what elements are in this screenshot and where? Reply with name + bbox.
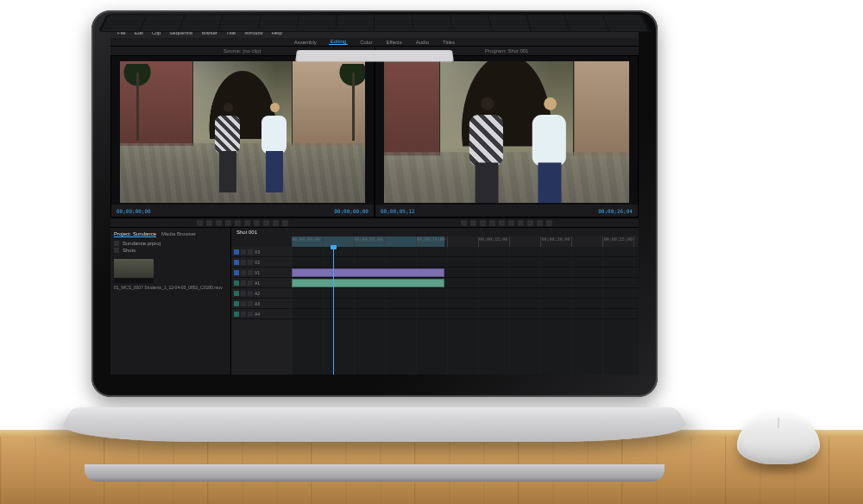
track-a1[interactable]: [292, 278, 639, 288]
ruler-tick-5: 00;00;25;00: [604, 236, 633, 242]
video-editor-app: File Edit Clip Sequence Marker Title Win…: [110, 28, 639, 375]
track-v3[interactable]: [292, 247, 639, 257]
mouse: [737, 414, 820, 464]
export-frame-button[interactable]: [282, 220, 288, 226]
playhead[interactable]: [333, 247, 334, 375]
project-panel-tabs: Project: Sundance Media Browser: [114, 231, 227, 237]
program-monitor-footer: 00;00;05;12 00;00;26;04: [375, 205, 638, 217]
laptop: File Edit Clip Sequence Marker Title Win…: [72, 10, 677, 476]
laptop-trackpad: [295, 50, 454, 61]
go-to-out-button-p[interactable]: [518, 220, 524, 226]
mark-in-button-p[interactable]: [461, 220, 467, 226]
laptop-keyboard: [98, 14, 652, 32]
source-monitor[interactable]: 00;00;00;00 00;00;00;00: [110, 55, 375, 217]
project-bin-item-label: Shots: [123, 248, 135, 253]
step-forward-button[interactable]: [244, 220, 250, 226]
laptop-deck: [54, 407, 696, 442]
ruler-tick-4: 00;00;20;00: [541, 236, 570, 242]
transport-row: [110, 217, 639, 228]
video-clip[interactable]: [292, 268, 444, 277]
source-monitor-footer: 00;00;00;00 00;00;00;00: [111, 205, 374, 217]
lower-panels: Project: Sundance Media Browser Sundance…: [110, 228, 639, 375]
step-forward-button-p[interactable]: [508, 220, 514, 226]
timeline-body: V3 V2 V1 A1 A2 A3 A4: [231, 247, 639, 375]
source-tc-left: 00;00;00;00: [117, 208, 151, 214]
mark-out-button[interactable]: [206, 220, 212, 226]
go-to-in-button[interactable]: [216, 220, 222, 226]
track-header-a4[interactable]: A4: [231, 309, 292, 319]
laptop-lid: File Edit Clip Sequence Marker Title Win…: [91, 10, 658, 397]
track-header-a3[interactable]: A3: [231, 299, 292, 309]
project-panel: Project: Sundance Media Browser Sundance…: [110, 228, 231, 375]
program-tc-right: 00;00;26;04: [598, 208, 633, 214]
extract-button[interactable]: [537, 220, 543, 226]
timeline-tabs: Shot 001: [231, 228, 639, 236]
program-viewport: [384, 61, 629, 203]
ws-effects[interactable]: Effects: [385, 40, 404, 45]
project-tab[interactable]: Project: Sundance: [114, 231, 156, 237]
play-button-p[interactable]: [499, 220, 505, 226]
ws-editing[interactable]: Editing: [329, 39, 348, 45]
clip-filename: 01_WCS_0007 Students_1_12-04-03_0852_C01…: [114, 285, 227, 290]
mark-in-button[interactable]: [197, 220, 203, 226]
audio-clip[interactable]: [292, 279, 444, 287]
ruler-tick-1: 00;00;05;00: [354, 236, 382, 242]
track-header-v3[interactable]: V3: [231, 247, 292, 257]
laptop-screen: File Edit Clip Sequence Marker Title Win…: [110, 28, 639, 375]
track-a2[interactable]: [292, 288, 639, 299]
step-back-button-p[interactable]: [489, 220, 495, 226]
program-monitor[interactable]: 00;00;05;12 00;00;26;04: [375, 55, 639, 217]
lift-button[interactable]: [527, 220, 533, 226]
timeline-ruler[interactable]: 00;00;00;00 00;00;05;00 00;00;10;00 00;0…: [292, 236, 639, 247]
monitors-row: 00;00;00;00 00;00;00;00: [110, 55, 639, 217]
track-v2[interactable]: [292, 257, 639, 268]
ruler-tick-0: 00;00;00;00: [292, 236, 320, 242]
track-header-a2[interactable]: A2: [231, 288, 292, 299]
track-a4[interactable]: [292, 309, 639, 319]
go-to-out-button[interactable]: [254, 220, 260, 226]
folder-icon: [114, 248, 119, 253]
track-v1[interactable]: [292, 268, 639, 278]
project-bin-item[interactable]: Shots: [114, 247, 227, 254]
timeline-ruler-spacer: [231, 236, 292, 247]
ruler-tick-3: 00;00;15;00: [479, 236, 507, 242]
program-transport: [375, 218, 639, 227]
track-a3[interactable]: [292, 299, 639, 309]
timeline-tracks[interactable]: [292, 247, 639, 375]
project-bin-root[interactable]: Sundance.prproj: [114, 240, 227, 247]
sequence-tab[interactable]: Shot 001: [236, 230, 257, 235]
ws-color[interactable]: Color: [358, 40, 374, 45]
workspace-bar: Assembly Editing Color Effects Audio Tit…: [110, 38, 639, 47]
timeline-panel: Shot 001 00;00;00;00 00;00;05;00 00;00;1…: [231, 228, 639, 375]
ws-assembly[interactable]: Assembly: [293, 40, 318, 45]
go-to-in-button-p[interactable]: [480, 220, 486, 226]
track-header-a1[interactable]: A1: [231, 278, 292, 288]
source-transport: [110, 218, 375, 227]
laptop-front-edge: [85, 464, 665, 482]
source-tc-right: 00;00;00;00: [334, 208, 369, 214]
project-bin-label: Sundance.prproj: [123, 241, 161, 246]
mark-out-button-p[interactable]: [470, 220, 476, 226]
track-header-v2[interactable]: V2: [231, 257, 292, 268]
program-tc-left: 00;00;05;12: [381, 208, 415, 214]
overwrite-button[interactable]: [273, 220, 279, 226]
play-button[interactable]: [235, 220, 241, 226]
step-back-button[interactable]: [225, 220, 231, 226]
source-viewport: [120, 61, 365, 203]
insert-button[interactable]: [263, 220, 269, 226]
media-browser-tab[interactable]: Media Browser: [161, 231, 196, 237]
ws-audio[interactable]: Audio: [414, 40, 431, 45]
project-icon: [114, 241, 119, 246]
ws-titles[interactable]: Titles: [441, 40, 457, 45]
track-header-v1[interactable]: V1: [231, 268, 292, 278]
clip-thumbnail[interactable]: [114, 259, 154, 283]
ruler-tick-2: 00;00;10;00: [417, 236, 445, 242]
export-frame-button-p[interactable]: [546, 220, 552, 226]
track-headers: V3 V2 V1 A1 A2 A3 A4: [231, 247, 292, 375]
